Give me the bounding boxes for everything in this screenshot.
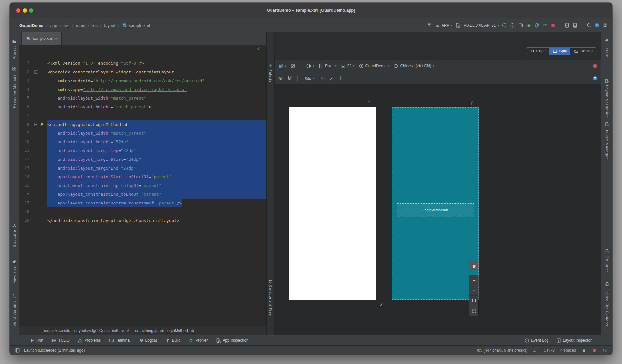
line-number[interactable]: 3: [19, 76, 33, 85]
tool-window-button-resource-manager[interactable]: Resource Manager: [10, 66, 19, 108]
tool-window-button-run[interactable]: Run: [30, 338, 43, 343]
titlebar[interactable]: GuardDemo – sample.xml [GuardDemo.app]: [10, 3, 612, 18]
highlighting-level-icon[interactable]: [592, 348, 597, 353]
design-view-canvas[interactable]: [289, 107, 376, 300]
apply-changes-button[interactable]: [510, 23, 515, 28]
close-tab-icon[interactable]: ×: [55, 36, 58, 41]
feedback-smiley-icon[interactable]: [603, 348, 607, 353]
lock-icon[interactable]: [582, 348, 586, 353]
autoconnect-toggle[interactable]: [287, 76, 292, 81]
api-level-dropdown[interactable]: 32▾: [340, 63, 355, 69]
device-class-dropdown[interactable]: Pixel▾: [318, 63, 337, 69]
attach-debugger-button[interactable]: [534, 23, 539, 28]
xml-breadcrumb-item-1[interactable]: cn.authing.guard.LoginMethodTab: [135, 328, 194, 333]
breadcrumb-item-layout[interactable]: layout: [104, 23, 115, 28]
caret-position-indicator[interactable]: 8:5 (447 chars, 9 line breaks): [477, 348, 527, 353]
line-number[interactable]: 14: [19, 172, 33, 181]
fold-marker[interactable]: −: [33, 68, 40, 76]
code-line-10[interactable]: 10 android:layout_height="52dp": [19, 138, 266, 146]
stop-button[interactable]: [550, 23, 556, 28]
line-number[interactable]: 8: [19, 120, 33, 129]
code-line-4[interactable]: 4 xmlns:app="http://schemas.android.com/…: [19, 85, 266, 94]
infer-constraints-button[interactable]: [329, 76, 334, 81]
tool-window-button-problems[interactable]: Problems: [78, 338, 101, 343]
tool-window-button-layout-validation[interactable]: Layout Validation: [601, 79, 612, 118]
search-everywhere-button[interactable]: [586, 23, 592, 28]
debug-button[interactable]: [526, 23, 531, 28]
code-editor[interactable]: 1<?xml version="1.0" encoding="utf-8"?>2…: [19, 45, 266, 326]
xml-breadcrumb-item-0[interactable]: androidx.constraintlayout.widget.Constra…: [43, 328, 129, 333]
user-avatar[interactable]: [603, 23, 608, 28]
zoom-ratio-button[interactable]: 1:1: [469, 295, 478, 306]
code-line-17[interactable]: 17 app:layout_constraintBottom_toBottomO…: [19, 199, 266, 207]
encoding-indicator[interactable]: UTF-8: [544, 348, 555, 353]
code-line-18[interactable]: 18: [19, 207, 266, 216]
tool-window-button-emulator[interactable]: Emulator: [601, 249, 612, 272]
profile-button[interactable]: [542, 23, 547, 28]
tab-component-tree[interactable]: Component Tree: [267, 279, 274, 316]
tool-window-button-build[interactable]: Build: [166, 338, 181, 343]
night-mode-selector[interactable]: ▾: [306, 63, 315, 69]
breadcrumb-item-sample-xml[interactable]: sample.xml: [122, 23, 150, 28]
build-project-button[interactable]: [427, 23, 432, 28]
design-surface-selector[interactable]: ▾: [278, 63, 286, 69]
zoom-to-fit-button[interactable]: [469, 306, 478, 316]
breadcrumb-item-main[interactable]: main: [76, 23, 85, 28]
default-margin-dropdown[interactable]: 0dp▾: [303, 76, 316, 81]
code-line-19[interactable]: 19</androidx.constraintlayout.widget.Con…: [19, 216, 266, 225]
running-devices-button[interactable]: [564, 23, 570, 28]
code-line-13[interactable]: 13 android:layout_marginEnd="24dp": [19, 164, 266, 172]
tool-window-button-profiler[interactable]: Profiler: [189, 338, 208, 343]
indent-indicator[interactable]: 4 spaces: [560, 348, 576, 353]
tab-palette[interactable]: Palette: [267, 63, 274, 83]
tool-window-button-app-inspection[interactable]: App Inspection: [216, 338, 248, 343]
line-number[interactable]: 18: [19, 207, 33, 216]
inspections-ok-icon[interactable]: [256, 46, 261, 51]
line-number[interactable]: 16: [19, 190, 33, 199]
code-line-5[interactable]: 5 android:layout_width="match_parent": [19, 94, 266, 103]
zoom-in-button[interactable]: +: [469, 275, 478, 285]
code-line-11[interactable]: 11 android:layout_marginTop="32dp": [19, 146, 266, 155]
tool-window-button-layout-inspector[interactable]: Layout Inspector: [556, 338, 592, 343]
line-number[interactable]: 11: [19, 146, 33, 155]
code-line-3[interactable]: 3 xmlns:android="http://schemas.android.…: [19, 76, 266, 85]
code-line-14[interactable]: 14 app:layout_constraintStart_toStartOf=…: [19, 172, 266, 181]
run-button[interactable]: [502, 23, 507, 28]
code-line-2[interactable]: 2−<androidx.constraintlayout.widget.Cons…: [19, 68, 266, 76]
code-line-9[interactable]: 9 android:layout_width="match_parent": [19, 129, 266, 138]
login-method-tab-component[interactable]: LoginMethodTab: [397, 203, 474, 217]
line-number[interactable]: 9: [19, 129, 33, 138]
code-line-8[interactable]: 8−<cn.authing.guard.LoginMethodTab: [19, 120, 266, 129]
view-options-button[interactable]: [278, 76, 283, 81]
issue-panel-button[interactable]: [593, 63, 598, 69]
line-number[interactable]: 10: [19, 138, 33, 146]
zoom-out-button[interactable]: −: [469, 285, 478, 295]
clear-constraints-button[interactable]: [320, 76, 325, 81]
ide-update-button[interactable]: [594, 23, 600, 28]
tool-window-button-event-log[interactable]: Event Log: [524, 338, 548, 343]
tool-window-button-favorites[interactable]: Favorites: [10, 259, 19, 283]
tool-window-button-project[interactable]: Project: [10, 39, 19, 59]
line-number[interactable]: 4: [19, 85, 33, 94]
pack-selection-button[interactable]: [338, 76, 343, 81]
code-line-16[interactable]: 16 app:layout_constraintEnd_toEndOf="par…: [19, 190, 266, 199]
breadcrumb-item-src[interactable]: src: [64, 23, 69, 28]
tab-sample-xml[interactable]: sample.xml ×: [21, 32, 62, 45]
run-configuration-dropdown[interactable]: APP▾: [435, 23, 453, 28]
line-number[interactable]: 7: [19, 111, 33, 120]
device-manager-button[interactable]: [455, 23, 461, 28]
tool-window-toggle-icon[interactable]: [15, 348, 20, 353]
device-file-explorer-button[interactable]: [572, 23, 578, 28]
code-line-7[interactable]: 7: [19, 111, 266, 120]
line-number[interactable]: 2: [19, 68, 33, 76]
line-separator-indicator[interactable]: LF: [533, 348, 538, 353]
tool-window-button-todo[interactable]: TODO: [52, 338, 69, 343]
tool-window-button-gradle[interactable]: Gradle: [601, 38, 612, 57]
canvas-resize-handle[interactable]: [378, 302, 383, 307]
target-device-dropdown[interactable]: PIXEL 3 XL API 31▾: [464, 23, 499, 28]
design-surface[interactable]: LoginMethodTab + − 1:1: [275, 84, 601, 335]
line-number[interactable]: 12: [19, 155, 33, 164]
line-number[interactable]: 17: [19, 199, 33, 207]
code-line-12[interactable]: 12 android:layout_marginStart="24dp": [19, 155, 266, 164]
blueprint-toggle[interactable]: [290, 63, 295, 69]
